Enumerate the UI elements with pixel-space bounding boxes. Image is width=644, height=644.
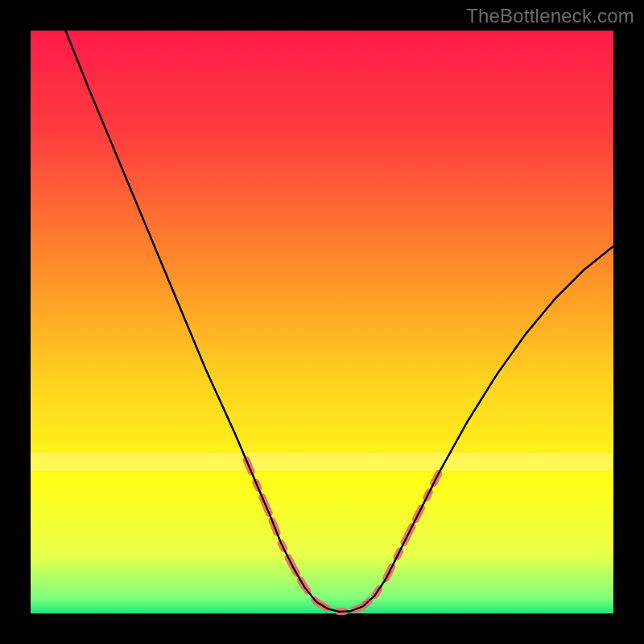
plot-background: [31, 31, 613, 613]
overlay-band: [31, 453, 613, 471]
bottleneck-chart: [0, 0, 644, 644]
watermark-text: TheBottleneck.com: [466, 5, 634, 27]
chart-frame: TheBottleneck.com: [0, 0, 644, 644]
